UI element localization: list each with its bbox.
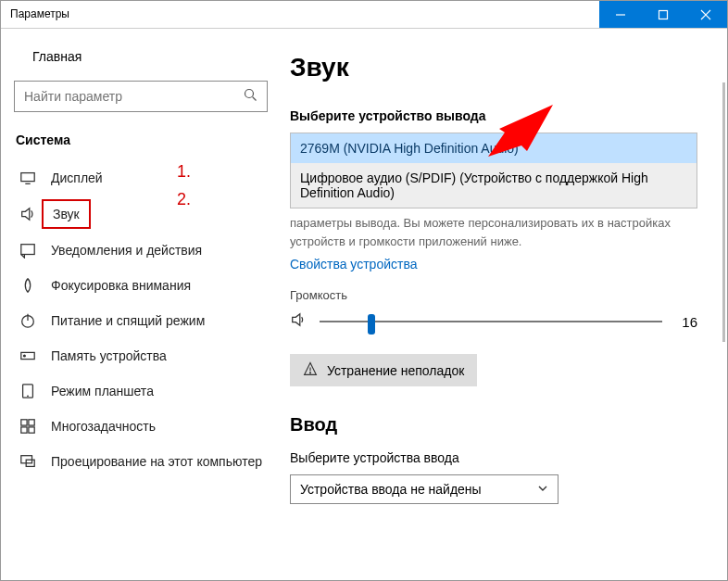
sidebar-item-label: Режим планшета <box>51 384 154 398</box>
sidebar-item-label: Фокусировка внимания <box>51 278 191 293</box>
sidebar-item-display[interactable]: Дисплей <box>14 160 268 196</box>
sidebar-item-storage[interactable]: Память устройства <box>14 338 268 373</box>
minimize-button[interactable] <box>599 1 642 28</box>
home-link[interactable]: Главная <box>14 42 268 81</box>
content-pane: Звук Выберите устройство вывода 2769M (N… <box>279 29 727 580</box>
input-section-label: Выберите устройства ввода <box>290 450 697 465</box>
home-label: Главная <box>32 49 82 64</box>
input-dropdown-value: Устройства ввода не найдены <box>300 482 482 497</box>
svg-point-12 <box>24 355 26 357</box>
troubleshoot-button[interactable]: Устранение неполадок <box>290 354 477 386</box>
speaker-icon[interactable] <box>290 311 307 332</box>
window-title: Параметры <box>1 1 599 28</box>
sidebar-item-label: Дисплей <box>51 171 103 185</box>
dropdown-option[interactable]: Цифровое аудио (S/PDIF) (Устройство с по… <box>291 163 697 208</box>
svg-line-5 <box>253 96 257 100</box>
sidebar-item-sound[interactable]: Звук <box>14 196 268 233</box>
scrollbar[interactable] <box>722 82 725 342</box>
tablet-icon <box>19 383 36 399</box>
search-icon <box>244 88 257 106</box>
focus-icon <box>19 277 36 294</box>
volume-row: 16 <box>290 311 697 332</box>
svg-rect-18 <box>29 427 34 433</box>
sidebar-item-notifications[interactable]: Уведомления и действия <box>14 233 268 268</box>
svg-point-4 <box>245 89 254 97</box>
display-icon <box>19 170 36 186</box>
notifications-icon <box>19 242 36 259</box>
projecting-icon <box>19 453 36 470</box>
svg-rect-17 <box>21 427 27 433</box>
maximize-button[interactable] <box>642 1 684 28</box>
sidebar-item-label: Питание и спящий режим <box>51 313 205 328</box>
svg-point-22 <box>310 373 311 373</box>
annotation-number-2: 2. <box>177 190 191 209</box>
svg-rect-15 <box>21 420 27 425</box>
sidebar-item-power[interactable]: Питание и спящий режим <box>14 303 268 338</box>
svg-marker-23 <box>488 105 553 157</box>
warning-icon <box>303 361 318 379</box>
sidebar-item-label: Проецирование на этот компьютер <box>51 454 262 469</box>
svg-rect-16 <box>29 420 34 425</box>
sidebar-item-tablet[interactable]: Режим планшета <box>14 373 268 409</box>
annotation-number-1: 1. <box>177 162 191 182</box>
close-button[interactable] <box>684 1 727 28</box>
search-box[interactable] <box>14 81 268 112</box>
title-bar: Параметры <box>1 1 727 29</box>
device-properties-link[interactable]: Свойства устройства <box>290 257 418 272</box>
sidebar-group-title: Система <box>14 133 268 147</box>
search-input[interactable] <box>24 89 244 104</box>
sidebar-item-label: Многозадачность <box>51 419 156 434</box>
annotation-arrow <box>488 105 553 160</box>
page-title: Звук <box>290 53 697 82</box>
troubleshoot-label: Устранение неполадок <box>327 363 464 378</box>
power-icon <box>19 312 36 329</box>
chevron-down-icon <box>537 482 548 497</box>
svg-rect-1 <box>659 10 668 19</box>
input-heading: Ввод <box>290 414 697 436</box>
input-device-dropdown[interactable]: Устройства ввода не найдены <box>290 474 559 504</box>
multitasking-icon <box>19 418 36 435</box>
sidebar-item-multitasking[interactable]: Многозадачность <box>14 409 268 444</box>
volume-label: Громкость <box>290 288 697 302</box>
sidebar-item-label: Звук <box>42 199 91 229</box>
svg-rect-8 <box>21 245 34 255</box>
volume-value: 16 <box>675 314 697 330</box>
output-hint-text: параметры вывода. Вы можете персонализир… <box>290 214 697 250</box>
slider-thumb[interactable] <box>368 314 375 335</box>
sidebar-item-focus[interactable]: Фокусировка внимания <box>14 268 268 303</box>
storage-icon <box>19 347 36 364</box>
settings-window: Параметры Главная Система Дисплей <box>0 0 728 581</box>
sidebar-item-label: Уведомления и действия <box>51 243 202 258</box>
svg-rect-6 <box>21 173 34 182</box>
window-controls <box>599 1 727 28</box>
volume-slider[interactable] <box>320 313 662 330</box>
sound-icon <box>19 206 36 222</box>
sidebar-item-projecting[interactable]: Проецирование на этот компьютер <box>14 444 268 479</box>
sidebar-item-label: Память устройства <box>51 348 167 363</box>
sidebar: Главная Система Дисплей Звук Уведомления… <box>1 29 279 580</box>
